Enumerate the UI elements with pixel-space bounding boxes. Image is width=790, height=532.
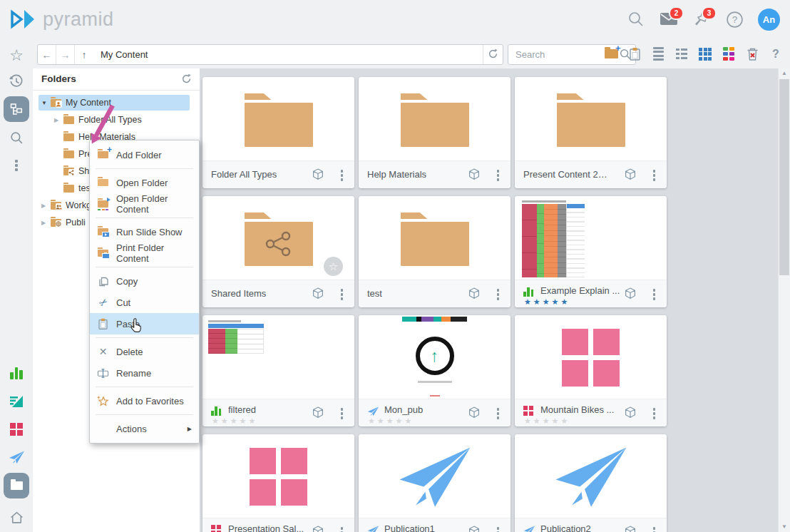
refresh-button[interactable] <box>483 45 503 64</box>
card-test[interactable]: test <box>359 196 511 307</box>
paste-toolbar-button[interactable] <box>626 46 643 63</box>
up-button[interactable]: ↑ <box>75 45 93 64</box>
content-tree-rail-item[interactable] <box>4 96 29 122</box>
cube-icon[interactable] <box>468 168 481 180</box>
menu-item-run-slide-show[interactable]: Run Slide Show <box>90 221 199 242</box>
tree-item-shared[interactable]: Sha <box>54 163 94 179</box>
toolbar-help-button[interactable]: ? <box>767 46 784 63</box>
tree-item-public[interactable]: ▶ Publi <box>41 215 86 230</box>
card-presentation-sal[interactable]: Presentation Sal... ★★★★★ <box>202 434 354 532</box>
menu-item-copy[interactable]: Copy <box>90 270 199 292</box>
menu-item-delete[interactable]: ✕ Delete <box>90 341 199 362</box>
tree-item-pre[interactable]: Pre <box>54 146 92 162</box>
card-menu-button[interactable] <box>497 170 500 181</box>
card-menu-button[interactable] <box>497 527 500 532</box>
rating-stars[interactable]: ★★★★★ <box>524 416 570 426</box>
search-input[interactable] <box>514 45 617 64</box>
notifications-button[interactable]: 3 <box>692 11 711 29</box>
messages-button[interactable]: 2 <box>660 11 678 29</box>
folders-refresh-button[interactable] <box>178 72 194 88</box>
card-menu-button[interactable] <box>341 289 344 300</box>
menu-item-paste[interactable]: Paste <box>90 313 199 334</box>
card-publication2[interactable]: Publication2 ★★★★★ <box>515 434 667 532</box>
expand-icon[interactable]: ▶ <box>54 117 63 123</box>
rating-stars[interactable]: ★★★★★ <box>368 416 414 426</box>
avatar[interactable]: An <box>758 9 780 31</box>
refresh-icon <box>488 48 498 59</box>
card-folder-all-types[interactable]: Folder All Types <box>202 77 354 188</box>
more-rail-item[interactable] <box>4 153 29 178</box>
cube-icon[interactable] <box>468 406 481 419</box>
tree-item-workgroup[interactable]: ▶ Workg <box>41 198 91 213</box>
cube-icon[interactable] <box>312 287 324 300</box>
card-menu-button[interactable] <box>341 408 344 419</box>
menu-item-open-folder[interactable]: Open Folder <box>90 172 199 193</box>
publish-rail-item[interactable] <box>4 444 29 470</box>
card-present-content[interactable]: Present Content 202... <box>515 77 667 188</box>
tree-item-test[interactable]: test <box>54 180 93 196</box>
card-shared-items[interactable]: ☆ Shared Items <box>202 196 354 307</box>
tree-item-folder-all-types[interactable]: ▶ Folder All Types <box>54 112 142 128</box>
card-mountain-bikes[interactable]: Mountain Bikes ... ★★★★★ <box>515 315 667 426</box>
menu-item-add-to-favorites[interactable]: Add to Favorites <box>90 390 199 411</box>
tree-item-my-content[interactable]: ▼ My Content <box>39 95 190 111</box>
home-rail-item[interactable] <box>4 504 29 530</box>
card-filtered[interactable]: filtered ★★★★★ <box>202 315 354 426</box>
back-button[interactable]: ← <box>38 45 56 64</box>
help-button[interactable]: ? <box>725 11 744 29</box>
cube-icon[interactable] <box>624 526 637 532</box>
expand-icon[interactable]: ▶ <box>41 203 51 209</box>
cube-icon[interactable] <box>624 168 637 180</box>
discover-rail-item[interactable] <box>4 360 29 386</box>
search-rail-item[interactable] <box>4 125 29 150</box>
card-help-materials[interactable]: Help Materials <box>359 77 511 188</box>
menu-item-add-folder[interactable]: + Add Folder <box>90 144 199 165</box>
menu-item-rename[interactable]: Rename <box>90 362 199 384</box>
rating-stars[interactable]: ★★★★★ <box>524 297 570 307</box>
menu-item-actions[interactable]: Actions ▶ <box>90 418 199 439</box>
vertical-scrollbar[interactable]: ▲ ▼ <box>778 68 790 532</box>
scroll-up-arrow[interactable]: ▲ <box>779 68 790 78</box>
presentation-type-icon <box>211 525 221 532</box>
rating-stars[interactable]: ★★★★★ <box>212 416 257 426</box>
cube-icon[interactable] <box>312 526 324 532</box>
favorites-rail-item[interactable]: ☆ <box>4 43 29 68</box>
expand-icon[interactable]: ▶ <box>41 220 51 226</box>
menu-item-open-folder-content[interactable]: Open Folder Content <box>90 193 199 215</box>
grid-view-button[interactable] <box>697 46 714 63</box>
details-view-button[interactable] <box>673 46 690 63</box>
card-menu-button[interactable] <box>653 408 656 419</box>
forward-button[interactable]: → <box>56 45 75 64</box>
card-mon-pub[interactable]: ↑ Mon_pub ★★★★★ <box>359 315 511 426</box>
cube-icon[interactable] <box>624 287 637 300</box>
card-menu-button[interactable] <box>341 527 344 532</box>
card-menu-button[interactable] <box>497 408 500 419</box>
scrollbar-thumb[interactable] <box>779 79 789 275</box>
new-folder-button[interactable]: + <box>602 46 620 63</box>
list-view-button[interactable] <box>650 46 667 63</box>
present-rail-item[interactable] <box>4 416 29 442</box>
card-publication1[interactable]: Publication1 ★★★★★ <box>359 434 511 532</box>
card-menu-button[interactable] <box>653 289 656 300</box>
cube-icon[interactable] <box>312 168 324 180</box>
tags-view-button[interactable] <box>720 46 737 63</box>
cube-icon[interactable] <box>468 287 481 300</box>
card-menu-button[interactable] <box>497 289 500 300</box>
history-rail-item[interactable] <box>4 68 29 94</box>
collapse-icon[interactable]: ▼ <box>41 100 51 106</box>
scroll-down-arrow[interactable]: ▼ <box>779 522 790 532</box>
content-rail-item[interactable] <box>4 473 29 498</box>
menu-item-print-folder-content[interactable]: Print Folder Content <box>90 242 199 264</box>
menu-item-cut[interactable]: ✂ Cut <box>90 292 199 313</box>
global-search-button[interactable] <box>627 11 645 29</box>
card-menu-button[interactable] <box>341 170 344 181</box>
cube-icon[interactable] <box>312 406 324 419</box>
card-menu-button[interactable] <box>653 170 656 181</box>
illustrate-rail-item[interactable] <box>4 389 29 414</box>
card-menu-button[interactable] <box>653 527 656 532</box>
cube-icon[interactable] <box>468 526 481 532</box>
delete-button[interactable] <box>744 46 761 63</box>
trash-icon <box>746 47 759 61</box>
card-example-explain[interactable]: Example Explain ... ★★★★★ <box>515 196 667 307</box>
cube-icon[interactable] <box>624 406 637 419</box>
